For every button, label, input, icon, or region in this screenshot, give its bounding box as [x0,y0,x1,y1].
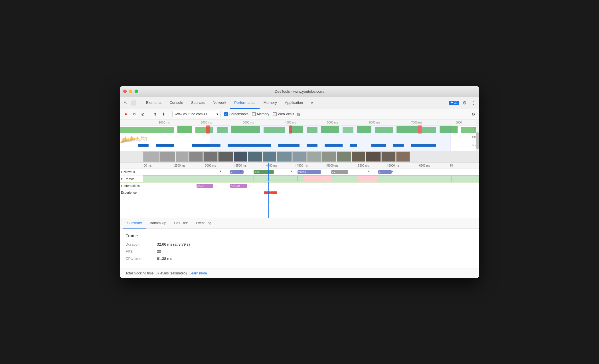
frame-good-1 [214,176,254,182]
tab-application[interactable]: Application [281,97,307,109]
panel-tab-bottom-up[interactable]: Bottom-Up [146,218,170,228]
frames-label-text: Frames [124,177,134,181]
screenshot-4[interactable] [189,151,203,162]
tab-elements[interactable]: Elements [142,97,165,109]
screenshot-18[interactable] [396,151,410,162]
screenshots-checkbox[interactable]: ✓ [224,112,228,116]
screenshot-13[interactable] [321,151,336,162]
tab-memory[interactable]: Memory [260,97,281,109]
frames-track-label[interactable]: ▶ Frames [120,177,143,181]
tab-more[interactable]: » [307,97,317,109]
screenshot-16[interactable] [366,151,381,162]
screenshot-8[interactable] [248,151,262,162]
network-track-row[interactable]: ▶ Network v... vi vi... videopl... v v..… [120,169,479,175]
clear-button[interactable]: ⊘ [139,110,147,118]
detail-tick-6: 5000 ms [326,164,357,167]
screenshot-9[interactable] [263,151,276,162]
screenshot-2[interactable] [159,151,175,162]
frame-bad-1[interactable] [358,176,378,182]
issues-badge[interactable]: ⚑ 32 [449,101,459,105]
net-dot-1 [240,171,241,172]
capture-settings-button[interactable]: ⚙ [470,110,477,118]
scrollbar-thumb[interactable] [476,132,479,149]
screenshot-14[interactable] [337,151,351,162]
frame-bad-0[interactable] [304,176,331,182]
tab-performance[interactable]: Performance [230,97,259,109]
net-item-4[interactable]: v... [378,170,392,174]
frames-expand-arrow[interactable]: ▶ [121,177,123,180]
net-item-3[interactable]: v v... [331,170,348,174]
tab-network[interactable]: Network [209,97,230,109]
panel-tab-event-log[interactable]: Event Log [192,218,215,228]
net-item-2[interactable]: videopl... [298,170,321,174]
screenshot-11[interactable] [292,151,307,162]
screenshot-15[interactable] [352,151,365,162]
screenshot-1[interactable] [143,151,159,162]
net-item-0[interactable]: v... [230,170,244,174]
tab-console[interactable]: Console [165,97,187,109]
net-item-1[interactable]: vi vi... [254,170,274,174]
screenshots-checkbox-item[interactable]: ✓ Screenshots [224,112,248,116]
detail-ruler: 00 ms 2500 ms 3000 ms 3500 ms 4000 ms 45… [120,163,479,169]
fps-key-label: FPS [126,249,157,254]
screenshot-5[interactable] [203,151,218,162]
experience-track-content[interactable] [143,189,479,196]
screenshot-12[interactable] [307,151,321,162]
more-options-icon[interactable]: ⋮ [470,99,477,107]
webvitals-checkbox[interactable] [273,112,277,116]
screenshot-10[interactable] [277,151,292,162]
webvitals-checkbox-item[interactable]: Web Vitals [273,112,294,116]
timeline-overview[interactable]: 1000 ms 2000 ms 3000 ms 4000 ms 5000 ms … [120,120,479,151]
panel-tab-summary[interactable]: Summary [123,218,146,228]
reload-record-button[interactable]: ↺ [131,110,138,118]
screenshot-6[interactable] [218,151,233,162]
interaction-0[interactable]: An...n [197,184,213,188]
panel-tab-call-tree[interactable]: Call Tree [170,218,192,228]
cpu-value: 61.38 ms [157,256,172,261]
frames-track-content[interactable]: 32.7 ms ~ 31 fps Dropped Frame [143,175,479,182]
network-track-content[interactable]: v... vi vi... videopl... v v... v... [143,169,479,175]
close-button[interactable] [123,90,127,93]
svg-rect-1 [177,126,192,133]
memory-checkbox-item[interactable]: Memory [252,112,269,116]
tab-sources[interactable]: Sources [187,97,209,109]
experience-track-label[interactable]: Experience [120,191,143,194]
screenshot-3[interactable] [176,151,189,162]
frames-track-row[interactable]: ▶ Frames [120,175,479,183]
learn-more-link[interactable]: Learn more [189,271,207,275]
devtools-tabs: ↖ ⬜ Elements Console Sources Network Per… [120,97,479,109]
network-expand-arrow[interactable]: ▶ [121,171,123,173]
overview-charts[interactable]: FPS CPU [120,126,479,151]
download-button[interactable]: ⬇ [160,110,167,118]
interaction-1[interactable]: Ani...on [230,184,247,188]
frame-good-3 [334,176,361,182]
upload-button[interactable]: ⬆ [151,110,159,118]
maximize-button[interactable] [135,90,138,93]
tab-actions: ⚑ 32 ⚙ ⋮ [449,99,477,107]
memory-checkbox[interactable] [252,112,256,116]
interactions-track-row[interactable]: ▶ Interactions An...n Ani...on [120,183,479,189]
detail-tick-4: 4000 ms [265,164,296,167]
experience-track-row[interactable]: Experience [120,189,479,196]
interactions-track-content[interactable]: An...n Ani...on [143,183,479,189]
window-title: DevTools - www.youtube.com/ [275,89,324,94]
url-selector[interactable]: www.youtube.com #1 ▾ [172,111,221,117]
record-button[interactable]: ● [122,110,129,118]
timeline-detail[interactable]: 00 ms 2500 ms 3000 ms 3500 ms 4000 ms 45… [120,163,479,218]
timeline-selection[interactable] [210,126,450,151]
overview-scrollbar[interactable] [476,120,479,151]
settings-icon[interactable]: ⚙ [462,99,468,107]
interactions-expand-arrow[interactable]: ▶ [121,185,123,187]
clear-recordings-button[interactable]: 🗑 [295,110,303,118]
detail-tick-10: 70 [449,164,479,167]
summary-duration-row: Duration 32.66 ms (at 3.79 s) [126,242,473,246]
network-label-text: Network [124,170,135,173]
screenshot-17[interactable] [381,151,396,162]
screenshot-7[interactable] [234,151,247,162]
inspect-icon[interactable]: ⬜ [129,100,138,106]
minimize-button[interactable] [129,90,132,93]
interactions-track-label[interactable]: ▶ Interactions [120,184,143,187]
cursor-icon[interactable]: ↖ [122,100,129,106]
network-track-label[interactable]: ▶ Network [120,170,143,173]
detail-tick-3: 3500 ms [234,164,265,167]
